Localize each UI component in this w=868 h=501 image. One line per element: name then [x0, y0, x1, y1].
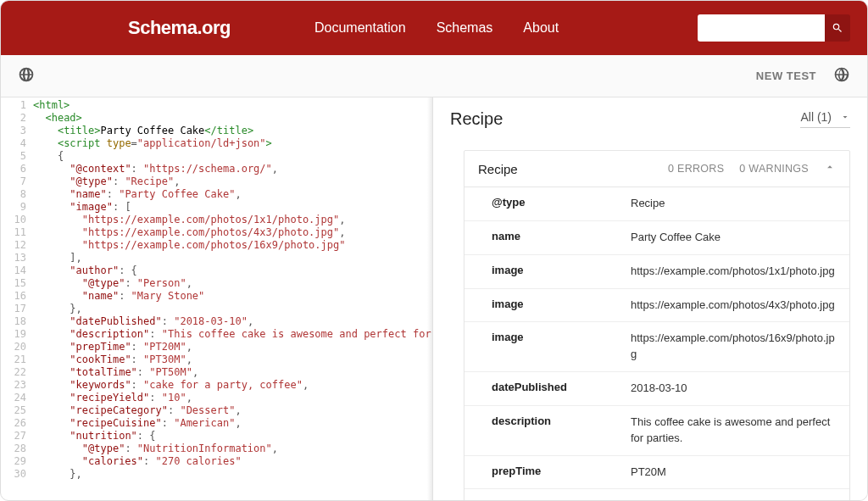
- line-number: 11: [1, 226, 33, 239]
- code-line[interactable]: 4 <script type="application/ld+json">: [1, 137, 432, 150]
- card-errors: 0 ERRORS: [668, 163, 724, 175]
- line-number: 4: [1, 137, 33, 150]
- code-line[interactable]: 3 <title>Party Coffee Cake</title>: [1, 125, 432, 137]
- code-line[interactable]: 12 "https://example.com/photos/16x9/phot…: [1, 239, 432, 252]
- code-line[interactable]: 17 },: [1, 303, 432, 315]
- line-number: 25: [1, 404, 33, 417]
- line-number: 30: [1, 468, 33, 481]
- line-content: "name": "Mary Stone": [33, 290, 214, 303]
- search-icon: [832, 22, 843, 34]
- tool-bar: NEW TEST: [1, 55, 867, 97]
- line-content: "nutrition": {: [33, 430, 166, 443]
- line-content: {: [33, 150, 74, 163]
- card-warnings: 0 WARNINGS: [739, 163, 809, 175]
- nav-about[interactable]: About: [523, 20, 559, 36]
- property-table: @typeRecipenameParty Coffee Cakeimagehtt…: [465, 187, 849, 500]
- code-line[interactable]: 8 "name": "Party Coffee Cake",: [1, 188, 432, 201]
- code-line[interactable]: 27 "nutrition": {: [1, 430, 432, 443]
- code-line[interactable]: 29 "calories": "270 calories": [1, 455, 432, 468]
- line-number: 1: [1, 99, 33, 112]
- code-line[interactable]: 21 "cookTime": "PT30M",: [1, 353, 432, 366]
- code-line[interactable]: 28 "@type": "NutritionInformation",: [1, 443, 432, 455]
- results-title: Recipe: [450, 109, 503, 129]
- line-number: 2: [1, 112, 33, 125]
- prop-key: datePublished: [465, 372, 617, 406]
- line-number: 13: [1, 252, 33, 264]
- code-line[interactable]: 5 {: [1, 150, 432, 163]
- line-number: 22: [1, 366, 33, 379]
- card-collapse[interactable]: [824, 161, 836, 176]
- line-number: 12: [1, 239, 33, 252]
- prop-value: This coffee cake is awesome and perfect …: [617, 405, 849, 455]
- line-number: 18: [1, 315, 33, 328]
- line-content: "https://example.com/photos/1x1/photo.jp…: [33, 214, 355, 226]
- prop-key: name: [465, 220, 617, 254]
- code-line[interactable]: 25 "recipeCategory": "Dessert",: [1, 404, 432, 417]
- code-line[interactable]: 20 "prepTime": "PT20M",: [1, 341, 432, 353]
- line-content: },: [33, 468, 92, 481]
- line-number: 14: [1, 264, 33, 277]
- nav-schemas[interactable]: Schemas: [437, 20, 493, 36]
- code-line[interactable]: 10 "https://example.com/photos/1x1/photo…: [1, 214, 432, 226]
- line-number: 23: [1, 379, 33, 392]
- table-row: @typeRecipe: [465, 187, 849, 220]
- language-icon[interactable]: [833, 66, 850, 86]
- nav-documentation[interactable]: Documentation: [314, 20, 406, 36]
- prop-value: PT30M: [617, 489, 849, 500]
- code-line[interactable]: 16 "name": "Mary Stone": [1, 290, 432, 303]
- line-number: 7: [1, 175, 33, 188]
- results-filter[interactable]: All (1): [800, 110, 850, 128]
- search-button[interactable]: [825, 14, 850, 42]
- prop-value: https://example.com/photos/1x1/photo.jpg: [617, 254, 849, 288]
- code-line[interactable]: 11 "https://example.com/photos/4x3/photo…: [1, 226, 432, 239]
- result-card-header[interactable]: Recipe 0 ERRORS 0 WARNINGS: [465, 151, 849, 187]
- table-row: nameParty Coffee Cake: [465, 220, 849, 254]
- line-content: "recipeCategory": "Dessert",: [33, 404, 252, 417]
- code-editor[interactable]: 1<html>2 <head>3 <title>Party Coffee Cak…: [1, 97, 433, 500]
- chevron-down-icon: [840, 112, 850, 122]
- code-line[interactable]: 14 "author": {: [1, 264, 432, 277]
- code-line[interactable]: 9 "image": [: [1, 201, 432, 214]
- line-content: "prepTime": "PT20M",: [33, 341, 203, 353]
- prop-key: image: [465, 288, 617, 322]
- code-line[interactable]: 22 "totalTime": "PT50M",: [1, 366, 432, 379]
- prop-value: https://example.com/photos/16x9/photo.jp…: [617, 322, 849, 372]
- code-line[interactable]: 13 ],: [1, 252, 432, 264]
- line-content: "datePublished": "2018-03-10",: [33, 315, 264, 328]
- new-test-button[interactable]: NEW TEST: [756, 70, 816, 82]
- brand-logo[interactable]: Schema.org: [128, 17, 298, 39]
- site-header: Schema.org Documentation Schemas About: [1, 1, 867, 55]
- code-line[interactable]: 30 },: [1, 468, 432, 481]
- line-number: 10: [1, 214, 33, 226]
- code-line[interactable]: 18 "datePublished": "2018-03-10",: [1, 315, 432, 328]
- prop-key: description: [465, 405, 617, 455]
- result-card: Recipe 0 ERRORS 0 WARNINGS @typeRecipena…: [464, 150, 850, 500]
- prop-key: @type: [465, 187, 617, 220]
- code-line[interactable]: 19 "description": "This coffee cake is a…: [1, 328, 432, 341]
- line-content: "keywords": "cake for a party, coffee",: [33, 379, 319, 392]
- line-number: 6: [1, 163, 33, 175]
- app-frame: Schema.org Documentation Schemas About N…: [0, 0, 868, 501]
- globe-icon[interactable]: [18, 66, 35, 86]
- line-number: 9: [1, 201, 33, 214]
- prop-key: image: [465, 254, 617, 288]
- line-content: "https://example.com/photos/16x9/photo.j…: [33, 239, 355, 252]
- code-line[interactable]: 23 "keywords": "cake for a party, coffee…: [1, 379, 432, 392]
- line-number: 8: [1, 188, 33, 201]
- line-content: "@context": "https://schema.org/",: [33, 163, 288, 175]
- search-input[interactable]: [698, 14, 825, 42]
- code-line[interactable]: 15 "@type": "Person",: [1, 277, 432, 290]
- code-line[interactable]: 6 "@context": "https://schema.org/",: [1, 163, 432, 175]
- code-line[interactable]: 2 <head>: [1, 112, 432, 125]
- line-content: "https://example.com/photos/4x3/photo.jp…: [33, 226, 355, 239]
- prop-value: https://example.com/photos/4x3/photo.jpg: [617, 288, 849, 322]
- line-content: <html>: [33, 99, 80, 112]
- line-content: "calories": "270 calories": [33, 455, 252, 468]
- code-line[interactable]: 24 "recipeYield": "10",: [1, 392, 432, 404]
- code-line[interactable]: 1<html>: [1, 99, 432, 112]
- code-line[interactable]: 26 "recipeCuisine": "American",: [1, 417, 432, 430]
- results-header: Recipe All (1): [450, 109, 850, 130]
- code-line[interactable]: 7 "@type": "Recipe",: [1, 175, 432, 188]
- line-number: 28: [1, 443, 33, 455]
- table-row: imagehttps://example.com/photos/16x9/pho…: [465, 322, 849, 372]
